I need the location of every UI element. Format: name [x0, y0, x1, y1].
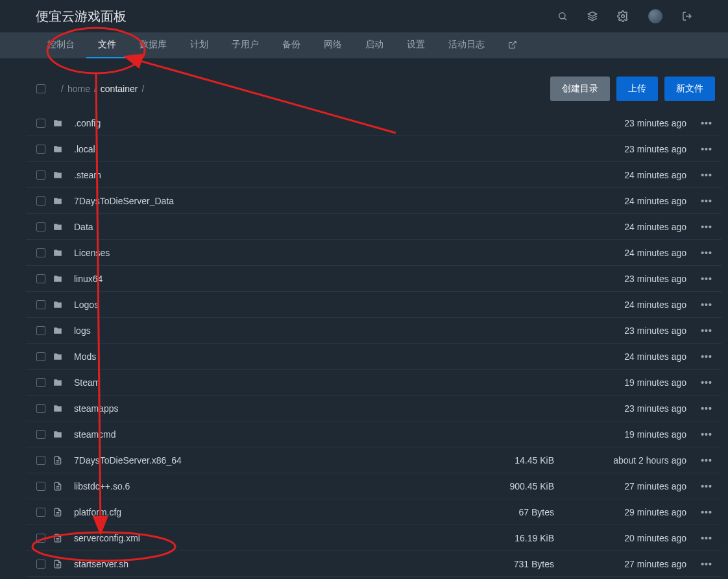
file-name[interactable]: Licenses [74, 248, 463, 258]
row-menu-icon[interactable]: ••• [697, 170, 716, 180]
file-name[interactable]: serverconfig.xml [74, 533, 463, 543]
row-menu-icon[interactable]: ••• [697, 325, 716, 336]
row-checkbox[interactable] [36, 456, 45, 465]
file-row[interactable]: Licenses24 minutes ago••• [26, 240, 722, 266]
row-checkbox[interactable] [36, 300, 45, 309]
file-row[interactable]: 7DaysToDieServer.x86_6414.45 KiBabout 2 … [26, 447, 722, 473]
row-checkbox[interactable] [36, 248, 45, 257]
new-file-button[interactable]: 新文件 [664, 77, 715, 101]
file-name[interactable]: libstdc++.so.6 [74, 481, 463, 491]
file-row[interactable]: steamapps23 minutes ago••• [26, 396, 722, 421]
row-checkbox[interactable] [36, 534, 45, 543]
logout-icon[interactable] [682, 11, 692, 21]
file-name[interactable]: steamapps [74, 403, 463, 414]
file-row[interactable]: Logos24 minutes ago••• [26, 292, 722, 318]
row-checkbox[interactable] [36, 430, 45, 439]
tab-databases[interactable]: 数据库 [128, 32, 178, 58]
file-name[interactable]: linux64 [74, 274, 463, 284]
svg-line-1 [564, 18, 566, 20]
create-directory-button[interactable]: 创建目录 [550, 77, 610, 101]
row-menu-icon[interactable]: ••• [697, 507, 716, 517]
file-row[interactable]: .local23 minutes ago••• [26, 136, 722, 162]
file-row[interactable]: .steam24 minutes ago••• [26, 162, 722, 188]
row-menu-icon[interactable]: ••• [697, 351, 716, 362]
file-time: 27 minutes ago [580, 559, 697, 569]
breadcrumb-home[interactable]: home [67, 84, 90, 94]
tab-startup[interactable]: 启动 [354, 32, 395, 58]
tab-activity[interactable]: 活动日志 [437, 32, 496, 58]
file-row[interactable]: serverconfig.xml16.19 KiB20 minutes ago•… [26, 525, 722, 551]
file-row[interactable]: Mods24 minutes ago••• [26, 344, 722, 370]
tab-console[interactable]: 控制台 [36, 32, 86, 58]
file-name[interactable]: Mods [74, 351, 463, 362]
row-menu-icon[interactable]: ••• [697, 196, 716, 206]
file-row[interactable]: Data24 minutes ago••• [26, 214, 722, 240]
row-checkbox[interactable] [36, 274, 45, 283]
file-icon [52, 455, 64, 466]
avatar[interactable] [648, 9, 662, 23]
tab-backups[interactable]: 备份 [271, 32, 312, 58]
row-checkbox[interactable] [36, 378, 45, 387]
row-menu-icon[interactable]: ••• [697, 455, 716, 466]
file-name[interactable]: Steam [74, 377, 463, 388]
row-checkbox[interactable] [36, 119, 45, 128]
file-row[interactable]: logs23 minutes ago••• [26, 318, 722, 344]
file-name[interactable]: .config [74, 118, 463, 128]
tab-external-icon[interactable] [496, 32, 529, 58]
select-all-checkbox[interactable] [36, 84, 45, 93]
file-row[interactable]: .config23 minutes ago••• [26, 110, 722, 136]
row-checkbox[interactable] [36, 171, 45, 180]
file-name[interactable]: .local [74, 144, 463, 154]
folder-icon [52, 222, 64, 231]
file-name[interactable]: steamcmd [74, 429, 463, 440]
row-menu-icon[interactable]: ••• [697, 274, 716, 284]
file-row[interactable]: steamcmd19 minutes ago••• [26, 421, 722, 447]
tab-files[interactable]: 文件 [86, 32, 128, 58]
file-name[interactable]: platform.cfg [74, 507, 463, 517]
row-menu-icon[interactable]: ••• [697, 403, 716, 414]
row-checkbox[interactable] [36, 222, 45, 231]
layers-icon[interactable] [587, 11, 598, 21]
file-row[interactable]: Steam19 minutes ago••• [26, 370, 722, 396]
row-checkbox[interactable] [36, 482, 45, 491]
breadcrumb-container[interactable]: container [101, 84, 138, 94]
row-menu-icon[interactable]: ••• [697, 248, 716, 258]
file-time: 23 minutes ago [580, 274, 697, 284]
row-checkbox[interactable] [36, 145, 45, 154]
row-menu-icon[interactable]: ••• [697, 429, 716, 440]
search-icon[interactable] [557, 11, 568, 21]
tab-settings[interactable]: 设置 [395, 32, 437, 58]
admin-cog-icon[interactable] [617, 10, 629, 22]
row-menu-icon[interactable]: ••• [697, 533, 716, 543]
row-checkbox[interactable] [36, 326, 45, 335]
row-menu-icon[interactable]: ••• [697, 377, 716, 388]
row-menu-icon[interactable]: ••• [697, 118, 716, 128]
file-row[interactable]: startserver.sh731 Bytes27 minutes ago••• [26, 551, 722, 577]
row-menu-icon[interactable]: ••• [697, 144, 716, 154]
file-name[interactable]: Data [74, 222, 463, 232]
file-row[interactable]: 7DaysToDieServer_Data24 minutes ago••• [26, 188, 722, 214]
file-name[interactable]: logs [74, 325, 463, 336]
file-name[interactable]: startserver.sh [74, 559, 463, 569]
file-row[interactable]: platform.cfg67 Bytes29 minutes ago••• [26, 499, 722, 525]
file-name[interactable]: 7DaysToDieServer_Data [74, 196, 463, 206]
row-menu-icon[interactable]: ••• [697, 481, 716, 491]
tab-schedules[interactable]: 计划 [178, 32, 220, 58]
row-menu-icon[interactable]: ••• [697, 222, 716, 232]
file-name[interactable]: .steam [74, 170, 463, 180]
row-checkbox[interactable] [36, 508, 45, 517]
tab-subusers[interactable]: 子用户 [220, 32, 271, 58]
row-checkbox[interactable] [36, 560, 45, 569]
row-menu-icon[interactable]: ••• [697, 300, 716, 310]
file-icon [52, 507, 64, 517]
row-checkbox[interactable] [36, 404, 45, 413]
file-name[interactable]: Logos [74, 300, 463, 310]
row-menu-icon[interactable]: ••• [697, 559, 716, 569]
upload-button[interactable]: 上传 [616, 77, 658, 101]
tab-network[interactable]: 网络 [312, 32, 354, 58]
file-name[interactable]: 7DaysToDieServer.x86_64 [74, 455, 463, 466]
file-row[interactable]: libstdc++.so.6900.45 KiB27 minutes ago••… [26, 473, 722, 499]
row-checkbox[interactable] [36, 352, 45, 361]
file-row[interactable]: linux6423 minutes ago••• [26, 266, 722, 292]
row-checkbox[interactable] [36, 196, 45, 206]
